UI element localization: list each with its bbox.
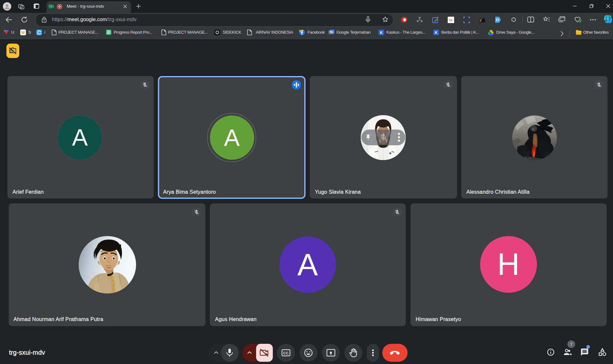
svg-text:T: T [465,18,468,22]
svg-text:W: W [21,30,25,35]
svg-text:CC: CC [283,351,289,355]
svg-text:K: K [380,30,383,35]
svg-text:FI: FI [496,18,499,22]
svg-text:W: W [449,18,453,22]
svg-text:G: G [331,30,333,34]
svg-text:K: K [435,30,438,35]
